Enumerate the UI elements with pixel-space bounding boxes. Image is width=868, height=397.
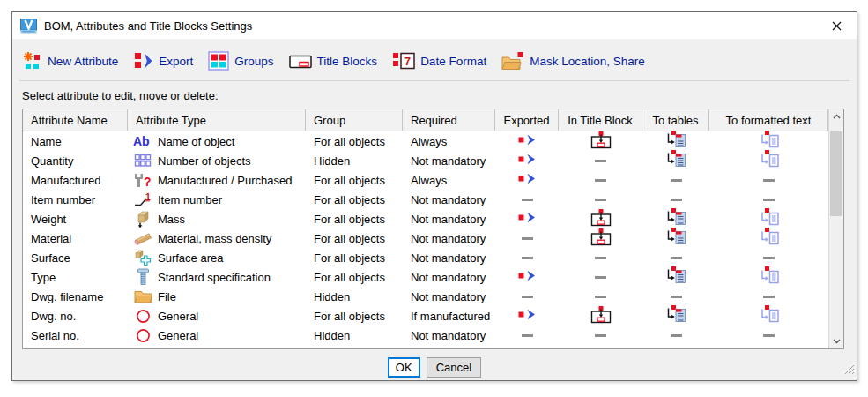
not-set-dash [763,179,775,182]
new-attribute-button[interactable]: New Attribute [23,51,118,71]
table-row[interactable]: QuantityNumber of objectsHiddenNot manda… [23,151,828,170]
cell-exported [495,257,559,259]
cell-attribute-type: ?Manufactured / Purchased [128,173,306,188]
attribute-type-label: General [158,329,198,342]
attribute-type-label: Item number [158,193,222,206]
cell-group: For all objects [306,174,403,187]
column-header-attribute-type[interactable]: Attribute Type [128,109,306,131]
cell-required: Always [403,174,495,187]
cell-to-tables [642,179,709,182]
not-set-dash [522,237,533,240]
to-tables-icon [665,266,686,288]
not-set-dash [763,296,775,298]
general-icon [132,328,153,343]
cell-group: Hidden [306,290,403,303]
cell-attribute-name: Material [23,232,128,245]
cell-in-title-block [559,257,642,259]
cell-to-tables [642,131,709,152]
file-icon [132,289,153,303]
cell-attribute-name: Surface [23,251,128,265]
not-set-dash [595,276,606,279]
not-set-dash [522,334,533,337]
table-row[interactable]: WeightMassFor all objectsNot mandatory [23,209,828,228]
cell-group: Hidden [306,154,403,168]
close-button[interactable] [817,12,857,39]
window-title: BOM, Attributes and Title Blocks Setting… [44,19,252,33]
cell-required: Not mandatory [403,232,495,245]
toolbar-item-label: Mask Location, Share [530,55,645,68]
cell-in-title-block [559,334,642,337]
attribute-type-label: File [158,290,176,303]
toolbar-item-label: Title Blocks [317,55,378,68]
groups-button[interactable]: Groups [208,51,273,71]
not-set-dash [671,179,682,182]
cell-to-formatted-text [709,131,828,152]
column-header-required[interactable]: Required [403,109,495,131]
cell-to-tables [642,266,709,288]
scroll-down-icon[interactable] [829,334,843,348]
scrollbar-thumb[interactable] [830,131,842,216]
attributes-table: Attribute Name Attribute Type Group Requ… [22,109,844,349]
column-header-in-title-block[interactable]: In Title Block [559,109,642,131]
column-header-exported[interactable]: Exported [495,109,559,131]
cell-attribute-name: Item number [23,193,128,206]
toolbar-item-label: New Attribute [48,55,118,68]
column-header-attribute-name[interactable]: Attribute Name [23,109,128,131]
cell-required: Not mandatory [403,290,495,303]
table-row[interactable]: NameAbName of objectFor all objectsAlway… [23,131,828,151]
cell-to-formatted-text [709,305,828,326]
column-header-group[interactable]: Group [306,109,403,131]
table-row[interactable]: TypeStandard specificationFor all object… [23,267,828,287]
column-header-to-formatted-text[interactable]: To formatted text [709,109,828,131]
exported-icon [518,270,537,284]
vertical-scrollbar[interactable] [828,109,843,348]
table-row[interactable]: Item number1Item numberFor all objectsNo… [23,190,828,209]
table-row[interactable]: SurfaceSurface areaFor all objectsNot ma… [23,248,828,267]
svg-text:7: 7 [404,56,411,68]
item-number-icon: 1 [132,192,153,207]
cell-exported [495,173,559,187]
cell-attribute-name: Quantity [23,154,128,168]
cell-exported [495,334,559,337]
cell-group: For all objects [306,213,403,226]
attribute-type-label: Material, mass density [158,232,271,245]
cell-attribute-type: General [128,328,306,343]
mask-location-share-button[interactable]: Mask Location, Share [501,52,645,71]
column-header-to-tables[interactable]: To tables [642,109,709,131]
cell-required: If manufactured [403,310,495,323]
cell-attribute-name: Name [23,135,128,148]
table-row[interactable]: MaterialMaterial, mass densityFor all ob… [23,228,828,248]
manufactured-purchased-icon: ? [132,173,153,188]
cell-attribute-type: Surface area [128,249,306,266]
scroll-up-icon[interactable] [829,109,843,124]
cell-attribute-name: Type [23,271,128,284]
export-button[interactable]: Export [133,52,193,70]
cell-to-formatted-text [709,198,828,201]
in-title-block-icon [590,131,612,152]
dialog-window: BOM, Attributes and Title Blocks Setting… [11,11,857,381]
table-row[interactable]: Dwg. filenameFileHiddenNot mandatory [23,287,828,306]
table-row[interactable]: Dwg. no.GeneralFor all objectsIf manufac… [23,306,828,326]
toolbar-item-label: Export [159,55,193,68]
table-row[interactable]: Manufactured?Manufactured / PurchasedFor… [23,170,828,190]
not-set-dash [522,257,533,259]
cell-in-title-block [559,179,642,182]
date-format-button[interactable]: 7 Date Format [392,52,486,70]
cell-exported [495,212,559,226]
table-row[interactable]: Serial no.GeneralHiddenNot mandatory [23,326,828,345]
cell-attribute-type: 1Item number [128,192,306,207]
cell-attribute-type: Material, mass density [128,230,306,246]
cell-attribute-name: Weight [23,213,128,226]
cell-to-tables [642,305,709,326]
not-set-dash [671,257,682,259]
groups-icon [208,51,229,71]
ok-button[interactable]: OK [388,357,420,378]
cell-required: Not mandatory [403,154,495,168]
resize-grip-icon[interactable] [844,363,855,378]
cell-attribute-name: Serial no. [23,329,128,342]
not-set-dash [595,296,606,298]
cell-group: For all objects [306,232,403,245]
cell-to-formatted-text [709,296,828,298]
title-blocks-button[interactable]: Title Blocks [289,53,378,70]
cancel-button[interactable]: Cancel [427,357,481,378]
